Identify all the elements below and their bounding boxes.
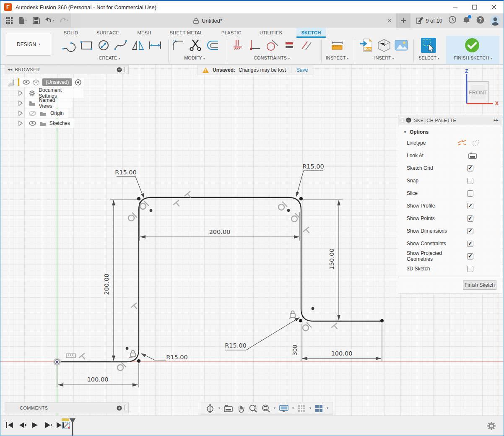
finish-sketch-button[interactable] — [465, 38, 480, 53]
insert-mesh-tool[interactable] — [377, 38, 392, 53]
construction-linetype-icon[interactable] — [457, 140, 467, 146]
job-status-button[interactable]: 9 of 10 — [416, 17, 442, 24]
chevron-down-icon[interactable]: ▾ — [327, 407, 328, 410]
dimension-h200[interactable]: 200.00 — [209, 228, 231, 235]
tab-sheet-metal[interactable]: SHEET METAL — [167, 28, 205, 38]
undo-button[interactable]: ▾ — [43, 15, 56, 26]
browser-item-document-settings[interactable]: Document Settings — [18, 88, 83, 98]
chevron-down-icon[interactable]: ▾ — [292, 407, 294, 410]
snap-checkbox[interactable] — [467, 178, 473, 184]
bell-icon[interactable] — [462, 16, 470, 26]
grid-display-icon[interactable] — [298, 405, 306, 413]
3d-sketch-checkbox[interactable] — [467, 266, 473, 272]
constraint-tangent-tool[interactable] — [265, 38, 280, 53]
dimension-v300[interactable]: 300 — [291, 345, 298, 356]
modify-trim-tool[interactable] — [188, 38, 203, 53]
redo-button[interactable]: ▾ — [57, 15, 70, 26]
look-at-icon[interactable] — [468, 152, 477, 159]
tangent-constraint-icon[interactable] — [278, 202, 287, 210]
timeline-step-back-button[interactable] — [18, 421, 26, 429]
visibility-eye-icon[interactable] — [29, 121, 36, 126]
save-link[interactable]: Save — [296, 67, 308, 73]
expand-arrow-icon[interactable] — [18, 110, 23, 116]
minimize-panel-icon[interactable] — [117, 67, 122, 73]
timeline-settings-gear-icon[interactable] — [487, 421, 496, 431]
sketch-palette-header[interactable]: SKETCH PALETTE ▶▶ — [398, 115, 502, 125]
zoom-icon[interactable] — [249, 404, 257, 413]
dimension-v150[interactable]: 150.00 — [328, 249, 335, 270]
projected-linetype-icon[interactable] — [472, 140, 480, 146]
expand-panel-icon[interactable]: ▶▶ — [494, 119, 499, 122]
file-menu-button[interactable]: ▾ — [16, 15, 29, 26]
timeline-play-button[interactable] — [31, 421, 39, 429]
dimension-v200[interactable]: 200.00 — [103, 274, 110, 295]
dimension-r15-bl[interactable]: R15.00 — [166, 354, 188, 361]
dimension-r15-tr[interactable]: R15.00 — [302, 163, 324, 170]
perpendicular-constraint-icon[interactable] — [303, 227, 312, 236]
insert-canvas-tool[interactable] — [394, 38, 409, 53]
constraint-parallel-tool[interactable] — [299, 38, 314, 53]
expand-arrow-icon[interactable] — [18, 90, 23, 96]
activate-radio-icon[interactable] — [75, 79, 81, 86]
panel-grip[interactable] — [125, 67, 126, 72]
tangent-constraint-icon[interactable] — [303, 322, 312, 331]
pan-icon[interactable] — [236, 404, 245, 413]
chevron-down-icon[interactable]: ▾ — [218, 407, 220, 410]
show-projected-geometries-checkbox[interactable] — [467, 253, 473, 260]
panel-grip[interactable] — [125, 405, 126, 410]
perpendicular-constraint-icon[interactable] — [79, 353, 88, 362]
dimension-r15-mid[interactable]: R15.00 — [225, 342, 247, 349]
insert-group-label[interactable]: INSERT ▾ — [359, 55, 409, 60]
browser-item-sketches[interactable]: Sketches — [18, 119, 74, 128]
browser-root-row[interactable]: (Unsaved) — [8, 78, 84, 87]
finish-sketch-palette-button[interactable]: Finish Sketch — [463, 280, 496, 290]
tangent-constraint-icon[interactable] — [117, 362, 126, 371]
create-spline-tool[interactable] — [113, 38, 128, 53]
workspace-selector[interactable]: DESIGN ▾ — [6, 33, 51, 56]
options-section-header[interactable]: ▼ Options — [398, 125, 502, 137]
constraint-equal-tool[interactable] — [282, 38, 297, 53]
perpendicular-constraint-icon[interactable] — [184, 191, 194, 200]
chevron-down-icon[interactable]: ▾ — [309, 407, 311, 410]
fix-constraint-icon[interactable] — [289, 311, 296, 319]
root-document-name[interactable]: (Unsaved) — [42, 78, 72, 86]
tab-mesh[interactable]: MESH — [134, 28, 155, 38]
create-group-label[interactable]: CREATE ▾ — [84, 55, 135, 60]
collinear-constraint-icon[interactable] — [66, 354, 75, 358]
sketch-grid-checkbox[interactable] — [467, 165, 473, 171]
slice-checkbox[interactable] — [467, 190, 473, 197]
timeline-sketch-feature[interactable] — [60, 415, 86, 436]
expand-arrow-icon[interactable] — [18, 100, 23, 106]
display-settings-icon[interactable] — [279, 405, 288, 413]
root-expand-icon[interactable] — [8, 79, 14, 86]
timeline-go-to-start-button[interactable] — [5, 421, 14, 429]
zoom-fit-icon[interactable] — [261, 404, 270, 413]
browser-item-named-views[interactable]: Named Views — [18, 99, 72, 108]
inspect-measure-tool[interactable] — [330, 38, 345, 53]
comments-panel-header[interactable]: COMMENTS — [5, 402, 129, 413]
viewports-icon[interactable] — [315, 405, 323, 413]
modify-offset-tool[interactable] — [205, 38, 220, 53]
maximize-button[interactable] — [465, 1, 484, 13]
constraint-fixed-tool[interactable] — [230, 38, 245, 53]
sketch-points[interactable] — [126, 197, 384, 363]
collapse-panel-icon[interactable]: ◀◀ — [8, 68, 13, 71]
tab-plastic[interactable]: PLASTIC — [219, 28, 244, 38]
new-tab-button[interactable] — [396, 13, 410, 28]
create-rectangle-tool[interactable] — [79, 38, 94, 53]
perpendicular-constraint-icon[interactable] — [331, 323, 340, 332]
design-canvas[interactable]: 200.00 200.00 150.00 100.00 — [0, 65, 504, 415]
browser-panel-header[interactable]: ◀◀ BROWSER — [5, 65, 129, 74]
minimize-button[interactable] — [446, 1, 465, 13]
document-tab[interactable]: Untitled* — [80, 13, 395, 28]
modify-group-label[interactable]: MODIFY ▾ — [169, 55, 220, 60]
view-cube[interactable]: FRONT Z X — [460, 68, 501, 110]
select-group-label[interactable]: SELECT ▾ — [404, 55, 454, 60]
tangent-constraint-icon[interactable] — [291, 213, 300, 222]
expand-arrow-icon[interactable] — [18, 120, 23, 126]
dimension-r15-tl[interactable]: R15.00 — [115, 169, 137, 176]
tab-utilities[interactable]: UTILITIES — [257, 28, 284, 38]
create-dimension-tool[interactable] — [148, 38, 163, 53]
create-mirror-tool[interactable] — [130, 38, 145, 53]
notification-center-icon[interactable] — [448, 16, 457, 26]
